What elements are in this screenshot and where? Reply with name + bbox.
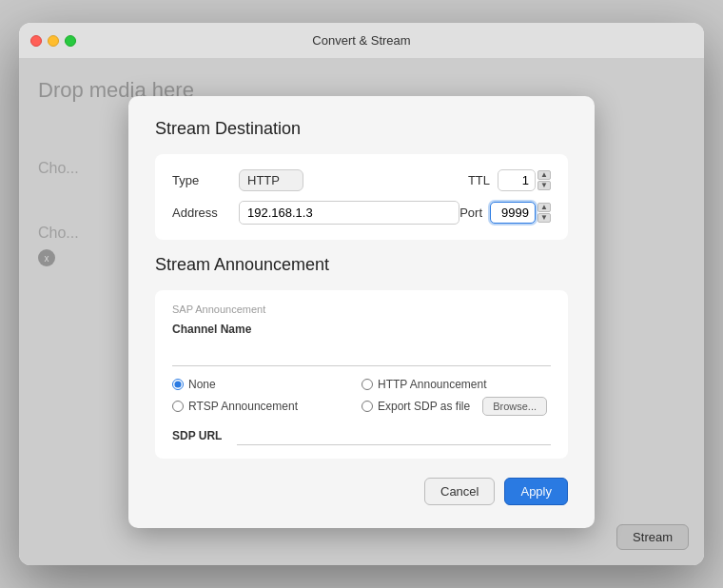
apply-button[interactable]: Apply [504, 478, 568, 505]
port-spinner: ▲ ▼ [537, 203, 551, 223]
port-input[interactable] [490, 202, 536, 224]
radio-rtsp[interactable] [172, 401, 184, 412]
dialog: Stream Destination Type HTTP RTP UDP [128, 96, 595, 528]
sap-label: SAP Announcement [172, 304, 551, 315]
minimize-button[interactable] [48, 35, 59, 47]
address-port-row: Address Port ▲ ▼ [172, 201, 551, 225]
address-input[interactable] [239, 201, 459, 225]
stream-announcement-title: Stream Announcement [155, 255, 568, 275]
port-up-arrow[interactable]: ▲ [537, 203, 551, 212]
type-select[interactable]: HTTP RTP UDP [239, 169, 303, 191]
main-window: Convert & Stream Drop media here Cho... … [19, 23, 704, 565]
radio-rtsp-item[interactable]: RTSP Announcement [172, 397, 362, 416]
channel-name-input[interactable] [172, 343, 551, 366]
sdp-row: SDP URL [172, 425, 551, 445]
type-ttl-row: Type HTTP RTP UDP TTL [172, 169, 551, 191]
channel-name-label: Channel Name [172, 323, 551, 336]
radio-none[interactable] [172, 379, 184, 390]
titlebar: Convert & Stream [19, 23, 704, 59]
radio-export-label: Export SDP as file [378, 400, 470, 413]
type-select-wrap: HTTP RTP UDP [239, 169, 303, 191]
sdp-input[interactable] [237, 425, 551, 445]
sdp-label: SDP URL [172, 429, 229, 442]
stream-destination-title: Stream Destination [155, 119, 568, 139]
radio-row-2: RTSP Announcement Export SDP as file Bro… [172, 397, 551, 416]
radio-http-item[interactable]: HTTP Announcement [362, 378, 551, 391]
browse-button[interactable]: Browse... [482, 397, 547, 416]
radio-row-1: None HTTP Announcement [172, 378, 551, 391]
radio-http-label: HTTP Announcement [378, 378, 487, 391]
radio-export[interactable] [362, 401, 373, 412]
address-label: Address [172, 206, 239, 220]
cancel-button[interactable]: Cancel [424, 478, 495, 505]
port-spin-wrap: ▲ ▼ [490, 202, 551, 224]
stream-destination-form: Type HTTP RTP UDP TTL [155, 154, 568, 240]
close-button[interactable] [30, 35, 42, 47]
ttl-spin-wrap: ▲ ▼ [498, 169, 551, 191]
radio-rtsp-label: RTSP Announcement [188, 400, 298, 413]
announcement-section: SAP Announcement Channel Name None HTTP … [155, 290, 568, 459]
port-wrap: Port ▲ ▼ [459, 202, 551, 224]
ttl-wrap: TTL ▲ ▼ [468, 169, 551, 191]
ttl-label: TTL [468, 173, 490, 187]
ttl-down-arrow[interactable]: ▼ [537, 181, 551, 190]
type-label: Type [172, 173, 239, 187]
port-down-arrow[interactable]: ▼ [537, 213, 551, 223]
window-title: Convert & Stream [312, 33, 410, 48]
dialog-buttons: Cancel Apply [155, 478, 568, 505]
dialog-overlay: Stream Destination Type HTTP RTP UDP [19, 59, 704, 565]
radio-none-item[interactable]: None [172, 378, 362, 391]
radio-none-label: None [188, 378, 216, 391]
radio-http[interactable] [362, 379, 373, 390]
radio-export-item[interactable]: Export SDP as file Browse... [362, 397, 551, 416]
main-content: Drop media here Cho... Cho... x Stream S… [19, 59, 704, 565]
maximize-button[interactable] [65, 35, 76, 47]
traffic-lights [30, 35, 76, 47]
port-label: Port [459, 206, 482, 220]
ttl-up-arrow[interactable]: ▲ [537, 170, 551, 180]
ttl-spinner: ▲ ▼ [537, 170, 551, 190]
ttl-input[interactable] [498, 169, 536, 191]
